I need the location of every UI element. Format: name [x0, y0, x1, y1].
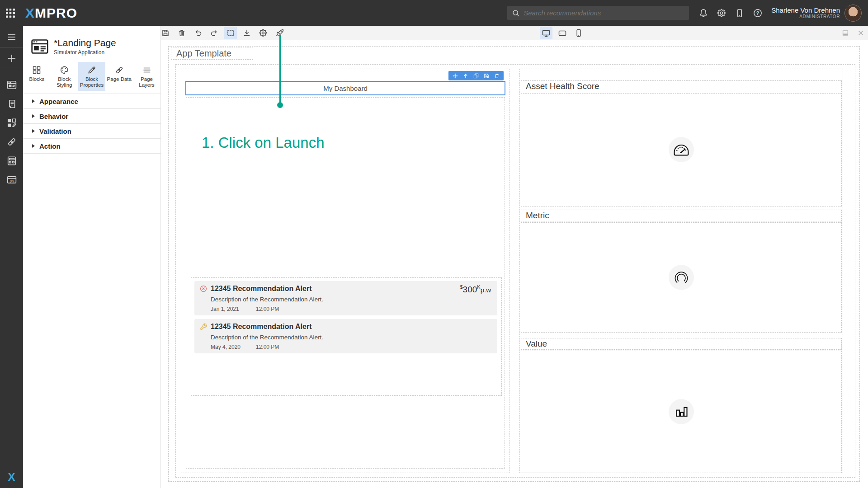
- search-box[interactable]: [507, 6, 689, 20]
- blocks-icon: [32, 66, 41, 75]
- settings-button[interactable]: [712, 4, 731, 22]
- move-up-button[interactable]: [462, 72, 469, 80]
- annotation-pointer-dot: [277, 102, 283, 108]
- gauge-arc-icon: [672, 268, 690, 286]
- gauge-placeholder: [669, 265, 694, 290]
- left-rail: (x) X: [0, 26, 23, 488]
- help-button[interactable]: ?: [749, 4, 767, 22]
- search-input[interactable]: [524, 9, 684, 17]
- dashboard-title: My Dashboard: [323, 84, 368, 92]
- page-title: *Landing Page: [54, 38, 116, 48]
- forms-nav-icon[interactable]: [5, 97, 19, 111]
- alert-card[interactable]: 12345 Recommendation Alert Description o…: [194, 319, 497, 353]
- save-button[interactable]: [159, 27, 172, 39]
- mobile-preview-button[interactable]: [731, 4, 749, 22]
- accordion-validation[interactable]: Validation: [23, 124, 160, 139]
- chevron-right-icon: [32, 129, 35, 133]
- alert-time: 12:00 PM: [256, 344, 279, 350]
- tab-blocks[interactable]: Blocks: [23, 62, 51, 91]
- app-launcher-icon[interactable]: [5, 7, 16, 19]
- undo-button[interactable]: [192, 27, 204, 39]
- design-canvas[interactable]: App Template My Dashboard 12345 Recommen…: [161, 40, 868, 488]
- apps-nav-icon[interactable]: [5, 78, 19, 92]
- tab-page-layers[interactable]: Page Layers: [133, 62, 160, 91]
- preview-desktop-button[interactable]: [540, 27, 552, 39]
- notifications-button[interactable]: [694, 4, 712, 22]
- chart-placeholder: [669, 399, 694, 424]
- layers-icon: [142, 66, 151, 75]
- blocks-nav-icon[interactable]: [5, 116, 19, 130]
- bar-chart-icon: [672, 403, 690, 421]
- user-name: Sharlene Von Drehnen: [771, 6, 840, 14]
- asset-health-title-block[interactable]: Asset Health Score: [521, 80, 842, 92]
- bell-icon: [698, 8, 708, 18]
- avatar[interactable]: [844, 5, 862, 22]
- phone-icon: [735, 8, 745, 18]
- wrench-icon: [200, 323, 207, 330]
- alert-description: Description of the Recommendation Alert.: [211, 334, 323, 341]
- chevron-right-icon: [32, 144, 35, 148]
- topbar-icon-group: ?: [694, 4, 767, 22]
- add-button[interactable]: [5, 52, 19, 65]
- alert-date: May 4, 2020: [211, 344, 241, 350]
- search-icon: [512, 9, 520, 17]
- delete-button[interactable]: [175, 27, 188, 39]
- rail-divider: [0, 47, 23, 48]
- properties-accordion: Appearance Behavior Validation Action: [23, 94, 160, 154]
- copy-block-button[interactable]: [472, 72, 480, 80]
- app-template-label-block[interactable]: App Template: [171, 47, 253, 60]
- preview-mobile-button[interactable]: [572, 27, 585, 39]
- value-title-block[interactable]: Value: [521, 338, 842, 350]
- svg-text:(x): (x): [9, 179, 13, 183]
- dashboard-header-block[interactable]: My Dashboard: [185, 81, 505, 95]
- select-tool-button[interactable]: [224, 27, 237, 39]
- dock-panel-button[interactable]: [839, 27, 852, 39]
- alert-title: 12345 Recommendation Alert: [211, 323, 311, 331]
- accordion-behavior[interactable]: Behavior: [23, 109, 160, 124]
- save-block-button[interactable]: [483, 72, 490, 80]
- accordion-action[interactable]: Action: [23, 139, 160, 154]
- gear-icon: [717, 8, 726, 18]
- link-icon: [115, 66, 124, 75]
- page-settings-button[interactable]: [257, 27, 269, 39]
- panel-tabs: Blocks Block Styling Block Properties Pa…: [23, 62, 160, 91]
- palette-icon: [60, 66, 69, 75]
- user-info[interactable]: Sharlene Von Drehnen ADMINISTRATOR: [771, 6, 840, 19]
- alert-description: Description of the Recommendation Alert.: [211, 296, 323, 303]
- error-circle-icon: [200, 285, 207, 292]
- top-bar: XMPRO ?: [0, 0, 868, 26]
- alert-date: Jan 1, 2021: [211, 306, 239, 312]
- calculator-nav-icon[interactable]: [5, 154, 19, 168]
- xmpro-logo[interactable]: XMPRO: [25, 5, 77, 21]
- connections-nav-icon[interactable]: [5, 135, 19, 149]
- accordion-appearance[interactable]: Appearance: [23, 94, 160, 109]
- tab-block-properties[interactable]: Block Properties: [78, 62, 106, 91]
- alert-value: $300Kp.w: [460, 284, 491, 295]
- download-button[interactable]: [241, 27, 253, 39]
- menu-icon[interactable]: [5, 30, 19, 44]
- speedometer-icon: [672, 141, 690, 159]
- redo-button[interactable]: [208, 27, 221, 39]
- delete-block-button[interactable]: [493, 72, 500, 80]
- page-header: *Landing Page Simulator Application: [23, 26, 160, 60]
- annotation-pointer-line: [279, 36, 281, 103]
- chevron-right-icon: [32, 114, 35, 118]
- xmpro-x-logo[interactable]: X: [8, 471, 15, 483]
- waffle-grid-icon: [5, 8, 16, 19]
- tab-page-data[interactable]: Page Data: [105, 62, 133, 91]
- metric-title-block[interactable]: Metric: [521, 210, 842, 221]
- close-designer-button[interactable]: [854, 27, 867, 39]
- block-action-toolbar: [448, 71, 504, 80]
- variables-nav-icon[interactable]: (x): [5, 173, 19, 187]
- properties-panel: *Landing Page Simulator Application Bloc…: [23, 26, 161, 488]
- tab-block-styling[interactable]: Block Styling: [51, 62, 78, 91]
- user-role: ADMINISTRATOR: [771, 14, 840, 19]
- page-subtitle: Simulator Application: [54, 49, 116, 56]
- alert-card[interactable]: 12345 Recommendation Alert $300Kp.w Desc…: [194, 281, 497, 315]
- chevron-right-icon: [32, 99, 35, 103]
- alert-time: 12:00 PM: [256, 306, 279, 312]
- preview-tablet-button[interactable]: [556, 27, 569, 39]
- move-block-button[interactable]: [452, 72, 459, 80]
- designer-toolbar: [161, 26, 868, 40]
- rail-divider: [0, 69, 23, 69]
